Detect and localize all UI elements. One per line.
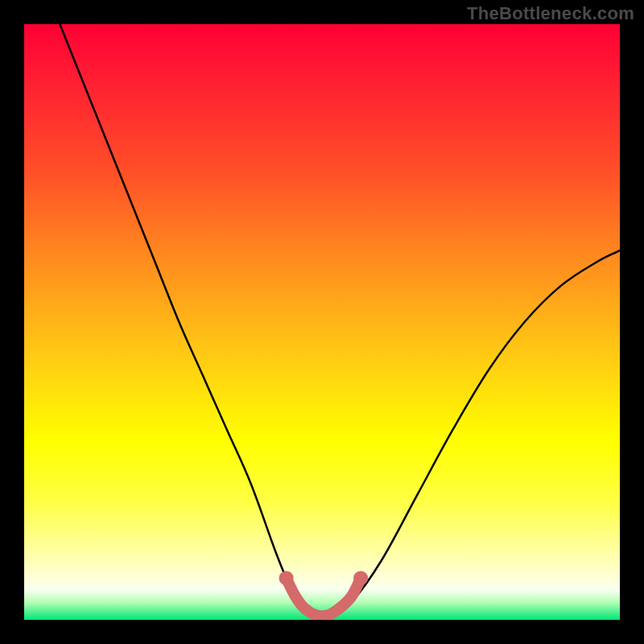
chart-frame: TheBottleneck.com <box>0 0 644 644</box>
curve-svg <box>24 24 620 620</box>
highlight-endpoint-dot <box>353 571 368 585</box>
highlight-valley-path <box>287 578 361 616</box>
watermark-label: TheBottleneck.com <box>467 3 634 24</box>
highlight-endpoint-dot <box>279 571 294 585</box>
bottleneck-curve-path <box>60 24 620 617</box>
plot-area <box>24 24 620 620</box>
